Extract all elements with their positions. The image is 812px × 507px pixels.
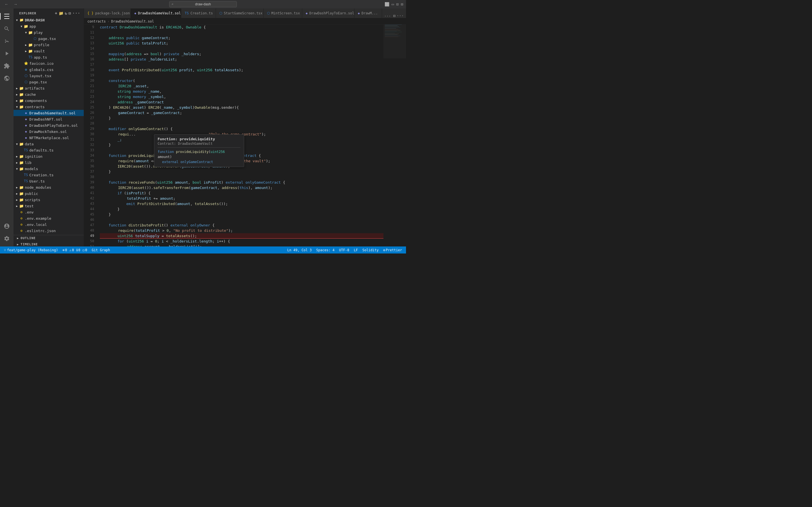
- more-actions-icon[interactable]: ···: [72, 11, 80, 15]
- line-col-item[interactable]: Ln 49, Col 3: [286, 246, 313, 253]
- file-eslintrc[interactable]: ⚙ .eslintrc.json: [13, 228, 84, 234]
- folder-ignition[interactable]: ▶ 📁 ignition: [13, 153, 84, 159]
- forward-button[interactable]: →: [12, 1, 19, 7]
- outline-panel-header[interactable]: ▶ OUTLINE: [13, 235, 84, 241]
- spaces-item[interactable]: Spaces: 4: [315, 246, 336, 253]
- explorer-title: EXPLORER: [19, 11, 36, 15]
- folder-data[interactable]: ▼ 📁 data: [13, 141, 84, 147]
- settings-icon[interactable]: [1, 233, 12, 244]
- file-page-play[interactable]: ⬡ page.tsx: [13, 36, 84, 42]
- folder-public[interactable]: ▶ 📁 public: [13, 190, 84, 196]
- tab-mint-screen[interactable]: ⬡ MintScreen.tsx ×: [264, 8, 303, 18]
- line-ending-item[interactable]: LF: [352, 246, 359, 253]
- file-DrawDashPlayToEarn[interactable]: ◈ DrawDashPlayToEarn.sol: [13, 122, 84, 128]
- folder-node-modules[interactable]: ▶ 📁 node_modules: [13, 184, 84, 190]
- folder-models[interactable]: ▼ 📁 models: [13, 166, 84, 172]
- file-DrawDashGameVault[interactable]: ◈ DrawDashGameVault.sol: [13, 110, 84, 116]
- tab-draw-m[interactable]: ◈ DrawM... ×: [354, 8, 382, 18]
- git-graph-item[interactable]: Git Graph: [90, 246, 112, 253]
- search-input[interactable]: [169, 1, 237, 7]
- collapse-icon[interactable]: ⊟: [68, 11, 71, 15]
- file-env-example[interactable]: ⚙ .env.example: [13, 215, 84, 221]
- split-editor-icon[interactable]: ⊟: [393, 13, 395, 18]
- tab-package-lock[interactable]: { } package-lock.json ×: [84, 8, 131, 18]
- ln-30: 30: [84, 131, 94, 137]
- spaces-label: Spaces: 4: [316, 248, 335, 252]
- file-DrawMockToken[interactable]: ◈ DrawMockToken.sol: [13, 128, 84, 135]
- line-ending-label: LF: [354, 248, 358, 252]
- layout-icon-1[interactable]: ⬜: [385, 2, 389, 6]
- tab-creation[interactable]: TS Creation.ts ×: [181, 8, 216, 18]
- code-line-38: [100, 174, 384, 180]
- folder-vault[interactable]: ▶ 📁 vault: [13, 48, 84, 54]
- git-branch-label: feat/game-play (Rebasing): [7, 248, 58, 252]
- file-env-local[interactable]: ⚙ .env.local: [13, 221, 84, 228]
- folder-contracts[interactable]: ▼ 📁 contracts: [13, 104, 84, 110]
- account-icon[interactable]: [1, 221, 12, 232]
- tab-draw-m-icon: ◈: [358, 11, 360, 15]
- extensions-activity-icon[interactable]: [1, 60, 12, 71]
- file-globals-css[interactable]: ⚙ globals.css: [13, 66, 84, 73]
- tooltip-popup: Function: provideLiquidity Contract: Dra…: [154, 134, 244, 167]
- file-layout-tsx[interactable]: ⬡ layout.tsx: [13, 73, 84, 79]
- folder-artifacts[interactable]: ▶ 📁 artifacts: [13, 85, 84, 91]
- breadcrumb-file[interactable]: DrawDashGameVault.sol: [111, 19, 154, 23]
- file-app-ts[interactable]: TS app.ts: [13, 54, 84, 60]
- file-env[interactable]: ⚙ .env: [13, 209, 84, 215]
- folder-scripts[interactable]: ▶ 📁 scripts: [13, 196, 84, 203]
- errors-item[interactable]: ⊗ 0 ⚠ 0 ℹ 0 ◻ 0: [61, 246, 89, 253]
- layout-icon-3[interactable]: ⊡: [396, 2, 398, 6]
- file-DrawDashNFT[interactable]: ◈ DrawDashNFT.sol: [13, 116, 84, 122]
- layout-icon-4[interactable]: ⊟: [401, 2, 403, 6]
- remote-activity-icon[interactable]: [1, 73, 12, 84]
- code-line-14: [100, 46, 384, 51]
- prettier-item[interactable]: ⚙ Prettier: [382, 246, 404, 253]
- folder-test[interactable]: ▶ 📁 test: [13, 203, 84, 209]
- back-button[interactable]: ←: [3, 1, 10, 7]
- layout-icon-2[interactable]: ▭: [392, 2, 394, 6]
- git-branch-item[interactable]: ⑂ feat/game-play (Rebasing): [2, 246, 60, 253]
- run-debug-activity-icon[interactable]: [1, 48, 12, 59]
- encoding-label: UTF-8: [339, 248, 349, 252]
- new-file-icon[interactable]: +: [55, 11, 57, 15]
- folder-profile[interactable]: ▶ 📁 profile: [13, 42, 84, 48]
- refresh-icon[interactable]: ↻: [65, 11, 67, 15]
- tab-overflow-button[interactable]: ···: [382, 14, 393, 18]
- tab-play-to-earn[interactable]: ◈ DrawDashPlayToEarn.sol ×: [302, 8, 354, 18]
- folder-play[interactable]: ▼ 📁 play: [13, 29, 84, 36]
- explorer-header: EXPLORER + 📁 ↻ ⊟ ···: [13, 8, 84, 17]
- folder-cache[interactable]: ▶ 📁 cache: [13, 91, 84, 98]
- code-line-17: [100, 62, 384, 67]
- folder-components[interactable]: ▶ 📁 components: [13, 98, 84, 104]
- new-folder-icon[interactable]: 📁: [59, 11, 64, 15]
- folder-lib[interactable]: ▶ 📁 lib: [13, 159, 84, 166]
- title-bar-controls: ← →: [3, 1, 19, 7]
- code-area[interactable]: contract DrawDashGameVault is ERC4626, O…: [98, 24, 384, 246]
- file-page-app[interactable]: ⬡ page.tsx: [13, 79, 84, 85]
- code-line-41: if (isProfit) {: [100, 190, 384, 196]
- file-user-ts[interactable]: TS User.ts: [13, 178, 84, 184]
- breadcrumb-contracts[interactable]: contracts: [87, 19, 106, 23]
- file-favicon[interactable]: ⭐ favicon.ico: [13, 60, 84, 66]
- error-icon: ⊗: [63, 248, 64, 252]
- status-bar-left: ⑂ feat/game-play (Rebasing) ⊗ 0 ⚠ 0 ℹ 0 …: [2, 246, 112, 253]
- encoding-item[interactable]: UTF-8: [338, 246, 351, 253]
- more-actions-editor-icon[interactable]: ···: [397, 13, 404, 18]
- tab-start-game-screen[interactable]: ⬡ StartGameScreen.tsx ×: [216, 8, 264, 18]
- file-NFTMarketplace[interactable]: ◈ NFTMarketplace.sol: [13, 135, 84, 141]
- ln-26: 26: [84, 110, 94, 115]
- source-control-activity-icon[interactable]: [1, 36, 12, 47]
- warning-count: 0: [72, 248, 74, 252]
- language-item[interactable]: Solidity: [361, 246, 380, 253]
- explorer-activity-icon[interactable]: [1, 11, 12, 22]
- ln-33: 33: [84, 148, 94, 153]
- folder-app[interactable]: ▼ 📁 app: [13, 23, 84, 29]
- file-defaults-ts[interactable]: TS defaults.ts: [13, 147, 84, 153]
- sidebar: EXPLORER + 📁 ↻ ⊟ ··· ▼ 📁 DRAW-DASH ▼ 📁 a…: [13, 8, 84, 246]
- search-activity-icon[interactable]: [1, 23, 12, 34]
- root-folder[interactable]: ▼ 📁 DRAW-DASH: [13, 17, 84, 23]
- file-creation-ts[interactable]: TS Creation.ts: [13, 172, 84, 178]
- tab-DrawDashGameVault[interactable]: ◈ DrawDashGameVault.sol ×: [131, 8, 181, 18]
- ln-47: 47: [84, 223, 94, 228]
- timeline-panel-header[interactable]: ▶ TIMELINE: [13, 241, 84, 246]
